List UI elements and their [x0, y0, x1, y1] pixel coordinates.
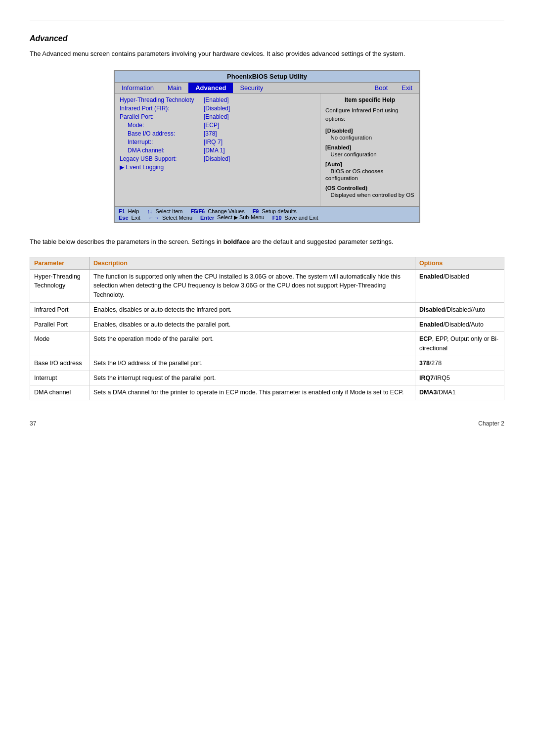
bios-option-disabled: [Disabled]: [325, 128, 353, 134]
col-header-parameter: Parameter: [30, 257, 89, 269]
param-interrupt: Interrupt: [30, 371, 89, 385]
bios-option-auto-desc: BIOS or OS chooses configuration: [325, 168, 383, 181]
table-row: Mode Sets the operation mode of the para…: [30, 332, 504, 356]
table-row: Hyper-Threading Technology The function …: [30, 269, 504, 302]
bios-label-baseio: Base I/O address:: [120, 130, 204, 137]
param-baseio: Base I/O address: [30, 356, 89, 371]
bios-option-enabled-desc: User configuration: [327, 151, 377, 157]
options-dma: DMA3/DMA1: [415, 385, 504, 400]
f5f6-desc: Change Values: [208, 208, 244, 214]
bios-help-os: (OS Controlled) Displayed when controlle…: [325, 185, 414, 198]
param-hyper: Hyper-Threading Technology: [30, 269, 89, 302]
f5f6-key: F5/F6: [191, 208, 205, 214]
bios-screen: PhoenixBIOS Setup Utility Information Ma…: [114, 70, 420, 224]
bios-nav-main[interactable]: Main: [161, 83, 188, 93]
select-item-desc: Select Item: [155, 208, 182, 214]
enter-desc: Select ▶ Sub-Menu: [217, 214, 264, 221]
table-row: Parallel Port Enables, disables or auto …: [30, 317, 504, 332]
desc-dma: Sets a DMA channel for the printer to op…: [89, 385, 415, 400]
bios-value-parallel: [Enabled]: [204, 113, 229, 120]
options-hyper: Enabled/Disabled: [415, 269, 504, 302]
bios-nav-security[interactable]: Security: [233, 83, 270, 93]
desc-parallel: Enables, disables or auto detects the pa…: [89, 317, 415, 332]
table-row: DMA channel Sets a DMA channel for the p…: [30, 385, 504, 400]
bios-nav-information[interactable]: Information: [115, 83, 161, 93]
bios-option-os: (OS Controlled): [325, 185, 367, 191]
f10-desc: Save and Exit: [285, 215, 318, 221]
bios-row-interrupt: Interrupt:: [IRQ 7]: [120, 139, 315, 145]
bios-option-disabled-desc: No configuration: [327, 135, 372, 141]
top-divider: [30, 20, 504, 20]
bios-left-panel: Hyper-Threading Technoloty [Enabled] Inf…: [115, 94, 320, 207]
param-dma: DMA channel: [30, 385, 89, 400]
bios-value-mode: [ECP]: [204, 122, 219, 129]
leftright-key: ←→: [148, 215, 159, 221]
bios-value-dma: [DMA 1]: [204, 147, 225, 154]
bios-help-title: Item specific Help: [325, 96, 414, 103]
bios-label-event: ▶ Event Logging: [120, 164, 204, 171]
bios-right-panel: Item specific Help Configure Infrared Po…: [320, 94, 419, 207]
bios-row-dma: DMA channel: [DMA 1]: [120, 147, 315, 154]
page-number: 37: [30, 420, 36, 427]
options-baseio: 378/278: [415, 356, 504, 371]
bios-label-usb: Legacy USB Support:: [120, 155, 204, 162]
bios-value-baseio: [378]: [204, 130, 217, 137]
section-title: Advanced: [30, 34, 504, 43]
f1-desc: Help: [128, 208, 139, 214]
page-footer: 37 Chapter 2: [30, 420, 504, 427]
section-intro: The Advanced menu screen contains parame…: [30, 49, 504, 59]
desc-baseio: Sets the I/O address of the parallel por…: [89, 356, 415, 371]
bios-row-event[interactable]: ▶ Event Logging: [120, 164, 315, 171]
bios-nav: Information Main Advanced Security Boot …: [115, 83, 419, 94]
esc-desc: Exit: [132, 215, 140, 221]
desc-infrared: Enables, disables or auto detects the in…: [89, 302, 415, 317]
bios-value-infrared: [Disabled]: [204, 105, 230, 112]
param-infrared: Infrared Port: [30, 302, 89, 317]
desc-interrupt: Sets the interrupt request of the parall…: [89, 371, 415, 385]
bios-label-interrupt: Interrupt::: [120, 139, 204, 145]
bios-label-dma: DMA channel:: [120, 147, 204, 154]
bios-help-auto: [Auto] BIOS or OS chooses configuration: [325, 161, 414, 182]
table-row: Interrupt Sets the interrupt request of …: [30, 371, 504, 385]
bios-help-enabled: [Enabled] User configuration: [325, 144, 414, 158]
bios-row-baseio: Base I/O address: [378]: [120, 130, 315, 137]
bios-option-enabled: [Enabled]: [325, 144, 351, 150]
bios-option-os-desc: Displayed when controlled by OS: [327, 192, 414, 198]
options-infrared: Disabled/Disabled/Auto: [415, 302, 504, 317]
chapter-label: Chapter 2: [478, 420, 504, 427]
bios-value-hyper: [Enabled]: [204, 96, 229, 103]
f1-key: F1: [119, 208, 125, 214]
table-row: Base I/O address Sets the I/O address of…: [30, 356, 504, 371]
desc-hyper: The function is supported only when the …: [89, 269, 415, 302]
bios-label-parallel: Parallel Port:: [120, 113, 204, 120]
description-text: The table below describes the parameters…: [30, 237, 504, 247]
param-mode: Mode: [30, 332, 89, 356]
bios-help-disabled: [Disabled] No configuration: [325, 127, 414, 141]
bios-row-hyper: Hyper-Threading Technoloty [Enabled]: [120, 96, 315, 103]
parameter-table: Parameter Description Options Hyper-Thre…: [30, 257, 504, 401]
bios-value-interrupt: [IRQ 7]: [204, 139, 222, 145]
bios-footer-row2: Esc Exit ←→ Select Menu Enter Select ▶ S…: [119, 214, 415, 221]
updown-key: ↑↓: [147, 208, 152, 214]
bios-label-mode: Mode:: [120, 122, 204, 129]
options-mode: ECP, EPP, Output only or Bi-directional: [415, 332, 504, 356]
bios-option-auto: [Auto]: [325, 161, 342, 167]
col-header-description: Description: [89, 257, 415, 269]
bios-footer-row1: F1 Help ↑↓ Select Item F5/F6 Change Valu…: [119, 208, 415, 214]
bios-row-mode: Mode: [ECP]: [120, 122, 315, 129]
bios-footer: F1 Help ↑↓ Select Item F5/F6 Change Valu…: [115, 206, 419, 222]
bios-nav-boot[interactable]: Boot: [368, 83, 395, 93]
bios-row-usb: Legacy USB Support: [Disabled]: [120, 155, 315, 162]
select-menu-desc: Select Menu: [162, 215, 192, 221]
bios-help-configure: Configure Infrared Port using options:: [325, 106, 414, 124]
bios-nav-exit[interactable]: Exit: [395, 83, 419, 93]
bios-title-bar: PhoenixBIOS Setup Utility: [115, 71, 419, 83]
bios-value-usb: [Disabled]: [204, 155, 230, 162]
esc-key: Esc: [119, 215, 129, 221]
f9-desc: Setup defaults: [262, 208, 296, 214]
bios-label-infrared: Infrared Port (FIR):: [120, 105, 204, 112]
enter-key: Enter: [200, 215, 214, 221]
col-header-options: Options: [415, 257, 504, 269]
bios-nav-advanced[interactable]: Advanced: [188, 83, 233, 93]
options-interrupt: IRQ7/IRQ5: [415, 371, 504, 385]
